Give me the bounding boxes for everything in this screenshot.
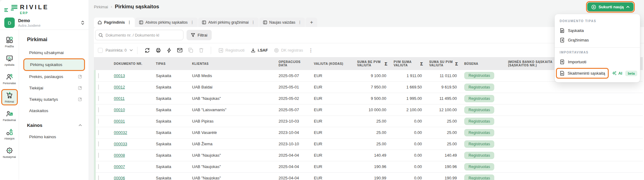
selected-count-label: Pasirinkta: 0 [106,48,127,53]
document-number-link[interactable]: 00006 [114,176,125,180]
tab-atviros-pirkimu-saskaitos[interactable]: Atviros pirkimų sąskaitos ⋮ [135,18,198,27]
tab-menu-icon[interactable]: ⋮ [127,20,132,25]
submenu-item-pirkimu-saskaitos[interactable]: Pirkimų sąskaitos [23,58,85,71]
cell-extra [563,115,643,127]
print-icon[interactable] [153,46,164,55]
create-new-button[interactable]: Sukurti naują [587,2,634,11]
tab-menu-icon[interactable]: ⋮ [297,20,302,25]
submenu-item-tiekejai[interactable]: Tiekėjai [19,82,89,94]
chevron-down-icon[interactable] [129,49,133,51]
row-checkbox[interactable] [98,73,99,78]
cell-date: 2025-05-02 [276,93,311,104]
cell-gross: 25.00 [426,138,461,150]
table-row: 00011SąskaitaUAB "Naujokas"2025-05-02EUR… [94,93,643,104]
divider [137,47,137,54]
row-checkbox[interactable] [98,164,99,169]
document-number-link[interactable]: 000032 [114,130,127,135]
submenu-item-prekes-paslaugos[interactable]: Prekės, paslaugos [19,71,89,82]
column-header-date[interactable]: OPERACIJOS DATA [276,57,311,70]
submenu-item-pirkimo-kainos[interactable]: Pirkimo kainos [19,131,89,143]
document-return-icon [560,37,565,43]
document-number-link[interactable]: 00012 [114,85,125,89]
cell-bank [505,138,563,150]
document-number-link[interactable]: 00031 [114,119,125,123]
mail-icon[interactable] [174,46,185,54]
cell-vat: 0.00 [391,115,426,127]
lightning-icon[interactable] [164,46,174,55]
document-number-link[interactable]: 00007 [114,164,125,169]
submenu-item-tiekeju-sutartys[interactable]: Tiekėjų sutartys [19,94,89,105]
account-switcher[interactable]: D Demo Aušra Juodienė [0,18,89,28]
document-number-link[interactable]: 00011 [114,96,125,101]
rail-item-personalas[interactable]: Personalas [1,71,18,87]
tab-menu-icon[interactable]: ⋮ [251,20,256,25]
rail-item-apskaita[interactable]: Apskaita [1,52,18,68]
rail-item-pradzia[interactable]: Pradžia [1,34,18,50]
rail-item-pardavimai[interactable]: Pardavimai [1,108,18,124]
refresh-icon[interactable] [142,46,153,55]
table-view-icon [139,20,143,25]
row-checkbox[interactable] [98,141,99,147]
tab-naujas-vaizdas[interactable]: Naujas vaizdas ⋮ [259,18,305,27]
row-checkbox[interactable] [98,84,99,90]
search-input[interactable] [106,33,180,37]
column-header-status[interactable]: BŪSENA [461,57,505,70]
row-checkbox[interactable] [98,96,99,101]
cell-client: UAB Vasarėlė [189,127,276,138]
document-number-link[interactable]: 00010 [114,108,125,112]
column-header-vat[interactable]: PVM SUMA VALIUTAΣ [391,57,426,70]
breadcrumb-parent[interactable]: Pirkimai [94,5,108,9]
rail-item-nustatymai[interactable]: Nustatymai [1,144,18,161]
people-icon [6,73,13,80]
cell-currency: EUR [311,172,354,180]
column-header-client[interactable]: KLIENTAS [189,57,276,70]
menu-item-importuoti[interactable]: Importuoti [560,57,635,67]
external-link-icon [78,75,82,79]
sidebar: RIVILE ERP D Demo Aušra Juodienė Pradžia [0,0,89,180]
ai-label: AI [612,71,622,76]
rail-item-pirkimai[interactable]: Pirkimai [1,89,18,105]
submenu-item-ataskaitos[interactable]: Ataskaitos [19,105,89,116]
toolbar-more-icon[interactable]: ⋮ [306,47,316,54]
tab-pagrindinis[interactable]: Pagrindinis ⋮ [94,18,135,27]
row-checkbox[interactable] [98,153,99,158]
isaf-button[interactable]: i.SAF [248,46,271,54]
column-header-gross[interactable]: SUMA SU PVM VALIUTAΣ [426,57,461,70]
column-header-currency[interactable]: VALIUTA (KODAS) [311,57,354,70]
document-number-link[interactable]: 00008 [114,153,125,158]
menu-item-skaitmeninti-saskaita[interactable]: Skaitmeninti sąskaitą [556,68,609,79]
row-checkbox[interactable] [98,130,99,135]
dropdown-section-label: IMPORTAVIMAS [560,51,635,54]
tab-atviri-pirkimu-grazinimai[interactable]: Atviri pirkimų grąžinimai ⋮ [198,18,259,27]
select-all-checkbox[interactable] [98,48,103,53]
cell-currency: EUR [311,150,354,161]
add-tab-button[interactable]: + [306,18,317,27]
column-header-net[interactable]: SUMA BE PVM VALIUTAΣ [354,57,391,70]
sum-sigma-icon[interactable]: Σ [455,61,458,66]
cell-gross: 12 100.00 [426,104,461,115]
rail-item-atsargos[interactable]: Atsargos [1,126,18,142]
menu-item-saskaita[interactable]: Sąskaita [560,26,635,35]
column-header-type[interactable]: TIPAS [153,57,189,70]
user-name: Aušra Juodienė [18,24,81,27]
document-number-link[interactable]: 00013 [114,73,125,78]
cell-client: UAB Pipiras [189,115,276,127]
brand-logo[interactable]: RIVILE ERP [11,4,49,15]
cell-vat: 0.00 [391,150,426,161]
menu-item-grazinimas[interactable]: Grąžinimas [560,35,635,45]
sum-sigma-icon[interactable]: Σ [420,61,423,66]
menu-icon[interactable] [4,8,9,12]
updown-chevron-icon[interactable] [81,21,84,25]
tab-menu-icon[interactable]: ⋮ [190,20,195,25]
document-number-link[interactable]: 000033 [114,142,127,146]
submenu-section-kainos[interactable]: Kainos [19,119,89,131]
logo-lines-icon [11,5,17,15]
row-checkbox[interactable] [98,107,99,112]
row-checkbox[interactable] [98,119,99,124]
row-checkbox[interactable] [98,175,99,180]
submenu-item-pirkimu-uzsakymai[interactable]: Pirkimų užsakymai [19,47,89,58]
filters-button[interactable]: Filtrai [187,30,212,40]
cell-type: Sąskaita [153,81,189,93]
sum-sigma-icon[interactable]: Σ [384,61,388,66]
column-header-doc[interactable]: DOKUMENTO NR. [111,57,153,70]
